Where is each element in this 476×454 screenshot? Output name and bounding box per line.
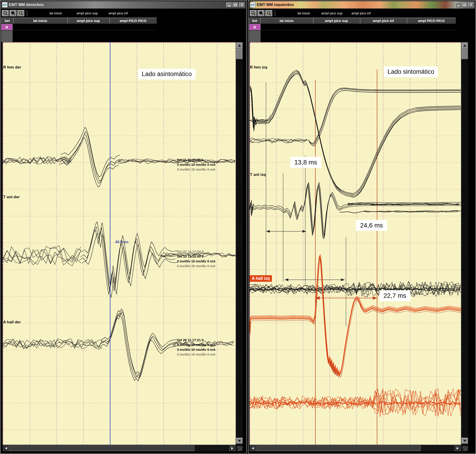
screen: EP EMT MM derechos X lat inicio ampl pic…: [0, 0, 476, 454]
column-header-set: Set: [249, 18, 260, 24]
column-header-ampl-pico-pico: ampl PICO PICO: [109, 18, 157, 24]
toolbar-label-ampl-pico-sup: ampl pico sup: [321, 11, 343, 15]
vertical-scroll-thumb[interactable]: [236, 49, 243, 59]
measurement-label-22-7: 22,7 ms: [379, 290, 410, 301]
annotation-set-26: Set 26 11:17:21 0 3 mv/div 10 ms/div 0 m…: [177, 338, 215, 357]
row-marker-b[interactable]: B: [249, 24, 261, 30]
app-icon: EP: [2, 2, 8, 8]
zoom-reset-button[interactable]: [258, 10, 265, 16]
measure-13-8-lines: [266, 82, 306, 285]
toolbar-label-lat-inicio: lat inicio: [50, 11, 62, 15]
magnifier-icon: [11, 11, 15, 15]
row-divider: [13, 30, 157, 30]
horizontal-scroll-track[interactable]: [195, 446, 229, 451]
resize-grip[interactable]: [236, 445, 243, 452]
row-marker-b[interactable]: B: [1, 24, 13, 30]
app-icon-text: EP: [3, 3, 7, 7]
horizontal-scroll-thumb[interactable]: [256, 446, 421, 451]
scroll-left-button[interactable]: [250, 446, 256, 451]
trace-a-hall-der-baseline: [3, 339, 102, 349]
trace-r-fem-der-complex: [59, 127, 120, 187]
window-title: EMT MM izquierdos: [257, 2, 294, 7]
magnifier-icon: [259, 11, 263, 15]
toolbar-label-lat-inicio: lat inicio: [298, 11, 310, 15]
vertical-scroll-thumb[interactable]: [462, 49, 468, 59]
trace-orange-noise-band: [250, 388, 461, 417]
column-header-set: Set: [1, 18, 13, 24]
zoom-out-button[interactable]: [250, 10, 257, 16]
zoom-in-icon: [19, 11, 23, 15]
minimize-button[interactable]: [226, 2, 232, 7]
minimize-button[interactable]: [455, 2, 461, 7]
toolbar-label-ampl-pico-inf: ampl pico inf: [352, 11, 371, 15]
arrow-left-icon: [252, 447, 254, 450]
trace-label-t-ant-izq: T ant izq: [250, 172, 266, 177]
row-divider: [261, 30, 456, 30]
app-icon: EP: [250, 2, 255, 8]
column-header-ampl-pico-inf: ampl pico inf: [360, 18, 407, 24]
empty-set-cell: [249, 30, 261, 42]
column-header-ampl-pico-pico: ampl PICO PICO: [407, 18, 456, 24]
scroll-left-button[interactable]: [3, 446, 9, 451]
toolbar-separator: [27, 10, 27, 16]
maximize-icon: [234, 4, 237, 6]
scroll-right-button[interactable]: [229, 446, 235, 451]
measure-22-7-arrow: [316, 297, 376, 299]
scroll-up-button[interactable]: [462, 43, 468, 48]
trace-r-fem-izq-ascending: [308, 88, 461, 146]
annotation-set-11: Set 11 11:15:32 0 3 mv/div 10 ms/div 0 m…: [177, 157, 215, 172]
trace-label-t-ant-der: T ant der: [3, 195, 20, 199]
vertical-scrollbar-right[interactable]: [461, 42, 468, 445]
maximize-icon: [463, 4, 466, 6]
measure-24-6-lines: [283, 173, 346, 326]
toolbar-label-ampl-pico-sup: ampl pico sup: [77, 11, 98, 15]
horizontal-scrollbar-right[interactable]: [249, 445, 461, 452]
scroll-down-button[interactable]: [462, 438, 468, 444]
results-table-body: B: [249, 24, 475, 42]
window-emt-mm-derechos: EP EMT MM derechos X lat inicio ampl pic…: [0, 0, 247, 454]
zoom-in-button[interactable]: [265, 10, 272, 16]
horizontal-scrollbar-left[interactable]: [2, 445, 236, 452]
toolbar-right: lat inicio ampl pico sup ampl pico inf: [249, 9, 475, 17]
window-emt-mm-izquierdos: EP EMT MM izquierdos X lat inicio ampl p…: [248, 0, 476, 454]
vertical-scrollbar-left[interactable]: [236, 42, 243, 445]
maximize-button[interactable]: [462, 2, 468, 7]
side-label-sintomatico: Lado sintomático: [384, 67, 438, 77]
maximize-button[interactable]: [233, 2, 238, 7]
arrow-right-icon: [231, 447, 233, 450]
arrow-up-icon: [463, 45, 466, 47]
grid: [250, 42, 461, 445]
close-icon: X: [470, 3, 472, 6]
trace-t-ant-izq-tail-upper: [348, 203, 459, 205]
toolbar-label-ampl-pico-inf: ampl pico inf: [108, 11, 128, 15]
titlebar-right[interactable]: EP EMT MM izquierdos X: [249, 1, 475, 9]
waveform-pane-left[interactable]: R fem der T ant der A hall der Lado asin…: [2, 42, 236, 445]
window-title: EMT MM derechos: [9, 2, 44, 7]
horizontal-scroll-track[interactable]: [421, 446, 454, 451]
scroll-down-button[interactable]: [236, 438, 243, 444]
trace-t-ant-der-complex: [79, 222, 178, 298]
zoom-out-icon: [251, 11, 256, 15]
measurement-label-24-6: 24,6 ms: [356, 220, 387, 231]
column-header-ampl-pico-sup: ampl pico sup: [67, 18, 109, 24]
zoom-out-button[interactable]: [2, 10, 9, 16]
trace-label-r-fem-izq: R fem izq: [250, 65, 267, 70]
scroll-right-button[interactable]: [454, 446, 461, 451]
titlebar-left[interactable]: EP EMT MM derechos X: [1, 1, 246, 9]
zoom-in-button[interactable]: [17, 10, 24, 16]
trace-label-r-fem-der: R fem der: [3, 65, 21, 70]
toolbar-separator: [275, 10, 275, 16]
trace-label-a-hall-izq: A hall izq: [250, 275, 272, 282]
close-button[interactable]: X: [468, 2, 474, 7]
horizontal-scroll-thumb[interactable]: [9, 446, 194, 451]
waveform-canvas-right: [250, 42, 461, 445]
trace-label-a-hall-der: A hall der: [3, 320, 21, 325]
close-button[interactable]: X: [239, 2, 245, 7]
zoom-reset-button[interactable]: [10, 10, 17, 16]
scroll-up-button[interactable]: [236, 43, 243, 48]
waveform-pane-right[interactable]: R fem izq T ant izq A hall izq Lado sint…: [249, 42, 461, 445]
side-label-asintomatico: Lado asintomático: [138, 69, 195, 79]
resize-grip[interactable]: [461, 445, 468, 452]
results-table-body: B: [1, 24, 246, 42]
arrow-up-icon: [238, 45, 241, 47]
